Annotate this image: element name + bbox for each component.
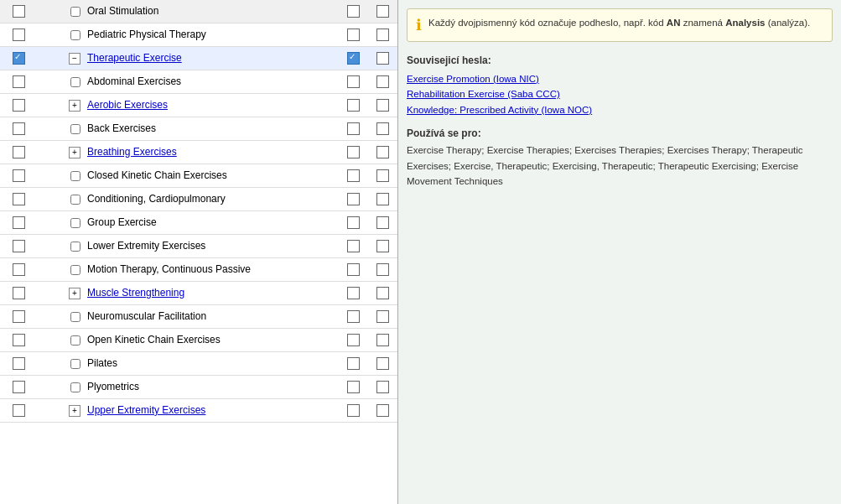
checkbox-col2[interactable] xyxy=(347,5,360,18)
expand-plus-icon[interactable]: + xyxy=(69,288,80,299)
expand-minus-icon[interactable]: − xyxy=(69,53,80,65)
checkbox-main[interactable] xyxy=(13,310,25,323)
checkbox-col2[interactable] xyxy=(347,99,360,112)
small-checkbox[interactable] xyxy=(70,382,80,392)
small-checkbox[interactable] xyxy=(70,30,80,40)
checkbox-col3[interactable] xyxy=(376,29,389,41)
col-check2 xyxy=(339,5,368,18)
small-checkbox[interactable] xyxy=(70,195,80,205)
checkbox-main[interactable] xyxy=(13,169,25,182)
small-checkbox[interactable] xyxy=(70,218,80,228)
col-check2 xyxy=(339,240,368,252)
checkbox-col3[interactable] xyxy=(376,310,389,323)
small-checkbox[interactable] xyxy=(70,7,80,17)
checkbox-col3[interactable] xyxy=(376,334,389,346)
checkbox-col3[interactable] xyxy=(376,169,389,182)
checkbox-col2[interactable] xyxy=(347,240,360,252)
checkbox-main[interactable] xyxy=(13,193,25,205)
related-link-item[interactable]: Exercise Promotion (Iowa NIC) xyxy=(407,71,833,86)
small-checkbox[interactable] xyxy=(70,171,80,181)
checkbox-main[interactable] xyxy=(13,122,25,135)
checkbox-col3[interactable] xyxy=(376,357,389,370)
checkbox-col2[interactable] xyxy=(347,169,360,182)
small-checkbox[interactable] xyxy=(70,335,80,346)
checkbox-col2[interactable] xyxy=(347,357,360,370)
checkbox-col2[interactable] xyxy=(347,263,360,276)
label-text: Lower Extremity Exercises xyxy=(87,240,205,252)
checkbox-col3[interactable] xyxy=(376,99,389,112)
expand-plus-icon[interactable]: + xyxy=(69,100,80,112)
small-checkbox[interactable] xyxy=(70,77,80,87)
checkbox-main[interactable] xyxy=(13,334,25,346)
info-box: ℹ Každý dvojpismenný kód označuje podhes… xyxy=(407,8,833,42)
checkbox-col3[interactable] xyxy=(376,52,389,65)
label-link[interactable]: Aerobic Exercises xyxy=(87,99,168,111)
checkbox-col2[interactable] xyxy=(347,334,360,346)
checkbox-col2[interactable] xyxy=(347,404,360,417)
col-label: Oral Stimulation xyxy=(84,3,339,20)
small-checkbox[interactable] xyxy=(70,265,80,275)
small-checkbox[interactable] xyxy=(70,124,80,134)
checkbox-col3[interactable] xyxy=(376,193,389,205)
checkbox-main[interactable] xyxy=(13,404,25,417)
checkbox-main[interactable] xyxy=(13,146,25,158)
checkbox-main[interactable] xyxy=(13,29,25,41)
checkbox-col3[interactable] xyxy=(376,146,389,158)
checkbox-col3[interactable] xyxy=(376,287,389,299)
checkbox-col2[interactable] xyxy=(347,122,360,135)
label-link[interactable]: Upper Extremity Exercises xyxy=(87,404,205,416)
col-check2 xyxy=(339,334,368,346)
checkbox-main[interactable] xyxy=(13,99,25,112)
checkbox-main[interactable] xyxy=(13,357,25,370)
checkbox-col3[interactable] xyxy=(376,240,389,252)
label-link[interactable]: Therapeutic Exercise xyxy=(87,52,182,64)
col-check1 xyxy=(0,216,38,229)
col-check3 xyxy=(368,404,397,417)
checkbox-main[interactable] xyxy=(13,287,25,299)
checkbox-col2[interactable] xyxy=(347,216,360,229)
col-indent xyxy=(38,30,84,40)
checkbox-main[interactable] xyxy=(13,75,25,88)
checkbox-main[interactable] xyxy=(13,263,25,276)
checkbox-main[interactable] xyxy=(13,52,25,65)
col-label: Muscle Strengthening xyxy=(84,285,339,302)
checkbox-main[interactable] xyxy=(13,5,25,18)
col-check2 xyxy=(339,29,368,41)
checkbox-col3[interactable] xyxy=(376,404,389,417)
checkbox-col3[interactable] xyxy=(376,75,389,88)
checkbox-col3[interactable] xyxy=(376,216,389,229)
checkbox-col2[interactable] xyxy=(347,310,360,323)
label-link[interactable]: Breathing Exercises xyxy=(87,146,177,158)
related-link-item[interactable]: Rehabilitation Exercise (Saba CCC) xyxy=(407,86,833,101)
expand-plus-icon[interactable]: + xyxy=(69,147,80,158)
info-text-before: Každý dvojpismenný kód označuje podheslo… xyxy=(428,18,667,28)
tree-row: Pilates xyxy=(0,352,397,376)
tree-row: Open Kinetic Chain Exercises xyxy=(0,329,397,352)
checkbox-col2[interactable] xyxy=(347,29,360,41)
checkbox-main[interactable] xyxy=(13,240,25,252)
tree-row: Motion Therapy, Continuous Passive xyxy=(0,258,397,282)
checkbox-col2[interactable] xyxy=(347,287,360,299)
expand-plus-icon[interactable]: + xyxy=(69,405,80,417)
col-indent xyxy=(38,359,84,369)
checkbox-col3[interactable] xyxy=(376,5,389,18)
checkbox-col3[interactable] xyxy=(376,381,389,393)
checkbox-col2[interactable] xyxy=(347,146,360,158)
tree-row: Back Exercises xyxy=(0,117,397,141)
small-checkbox[interactable] xyxy=(70,242,80,252)
info-bold-code: AN xyxy=(667,18,681,28)
small-checkbox[interactable] xyxy=(70,312,80,322)
col-check3 xyxy=(368,240,397,252)
label-link[interactable]: Muscle Strengthening xyxy=(87,287,184,299)
checkbox-main[interactable] xyxy=(13,381,25,393)
checkbox-col2[interactable] xyxy=(347,52,360,65)
checkbox-col2[interactable] xyxy=(347,75,360,88)
checkbox-col2[interactable] xyxy=(347,193,360,205)
related-link-item[interactable]: Knowledge: Prescribed Activity (Iowa NOC… xyxy=(407,102,833,117)
checkbox-col3[interactable] xyxy=(376,122,389,135)
checkbox-col2[interactable] xyxy=(347,381,360,393)
related-section-title: Souvisejicí hesla: xyxy=(407,55,833,66)
checkbox-col3[interactable] xyxy=(376,263,389,276)
small-checkbox[interactable] xyxy=(70,359,80,369)
checkbox-main[interactable] xyxy=(13,216,25,229)
